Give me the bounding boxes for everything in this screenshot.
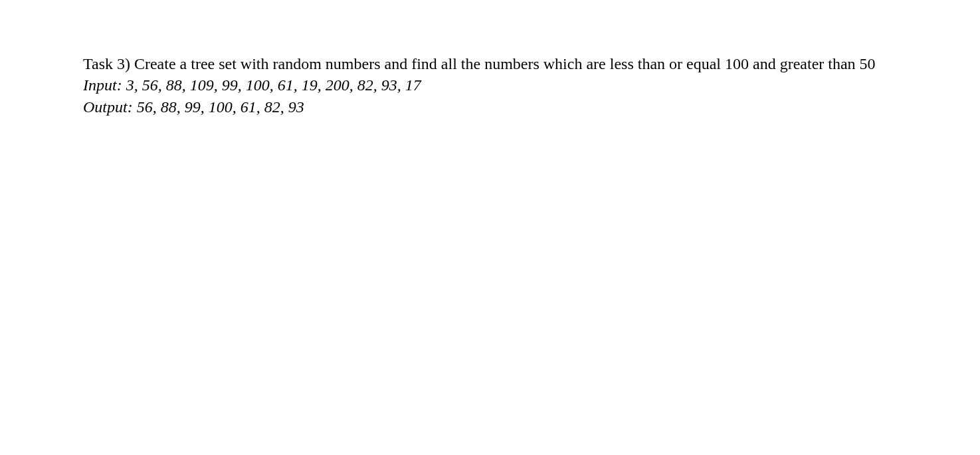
output-label: Output: [83,98,133,116]
task-output-line: Output: 56, 88, 99, 100, 61, 82, 93 [83,96,897,118]
output-values: 56, 88, 99, 100, 61, 82, 93 [137,98,304,116]
document-content: Task 3) Create a tree set with random nu… [0,0,980,118]
task-input-line: Input: 3, 56, 88, 109, 99, 100, 61, 19, … [83,74,897,96]
input-label: Input: [83,76,122,94]
task-description: Task 3) Create a tree set with random nu… [83,53,897,74]
input-values: 3, 56, 88, 109, 99, 100, 61, 19, 200, 82… [126,76,421,94]
